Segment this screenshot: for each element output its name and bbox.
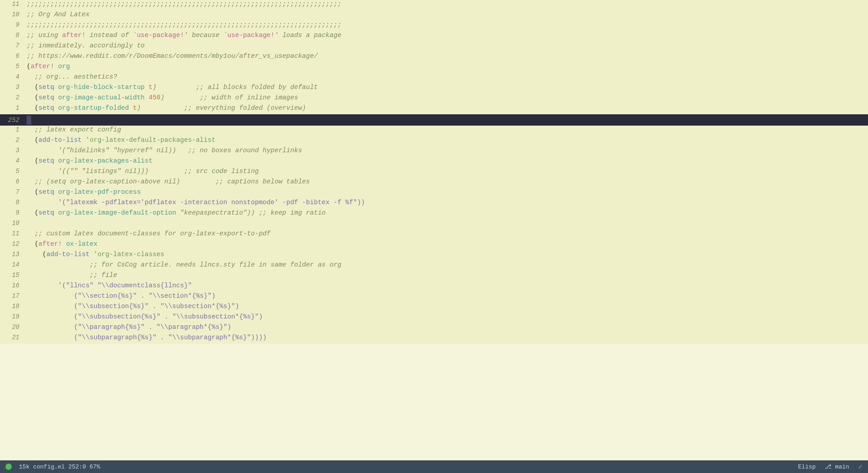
- line-number: 5: [0, 63, 25, 70]
- line-content: (setq org-image-actual-width 450) ;; wid…: [25, 94, 868, 101]
- token: setq: [38, 84, 54, 91]
- token: ;;;;;;;;;;;;;;;;;;;;;;;;;;;;;;;;;;;;;;;;…: [27, 21, 341, 28]
- line-number: 9: [0, 209, 25, 216]
- line-content: ("\\subsection{%s}" . "\\subsection*{%s}…: [25, 303, 868, 310]
- line-content: '(("" "listings" nil))) ;; src code list…: [25, 168, 868, 175]
- code-line: 19 ("\\subsubsection{%s}" . "\\subsubsec…: [0, 313, 868, 323]
- line-number: 13: [0, 251, 25, 258]
- code-line: 12 (after! ox-latex: [0, 240, 868, 250]
- status-dot: [5, 464, 12, 470]
- line-number: 21: [0, 334, 25, 341]
- token: ;; file: [27, 272, 117, 279]
- token: setq: [38, 104, 54, 112]
- token: 'org-latex-default-packages-alist: [82, 136, 216, 144]
- line-number: 1: [0, 126, 25, 133]
- token: org-image-actual-width: [54, 94, 145, 101]
- code-line: 18 ("\\subsection{%s}" . "\\subsection*{…: [0, 302, 868, 313]
- line-number: 7: [0, 42, 25, 49]
- line-content: ("\\subsubsection{%s}" . "\\subsubsectio…: [25, 313, 868, 320]
- line-content: '("llncs" "\\documentclass{llncs}": [25, 282, 868, 289]
- token: org-latex-image-default-option: [54, 209, 176, 216]
- token: ;; (setq org-latex-caption-above nil) ;;…: [27, 178, 310, 185]
- token: setq: [38, 209, 54, 216]
- token: instead of `: [86, 32, 137, 39]
- token: setq: [38, 94, 54, 101]
- line-content: ;; file: [25, 272, 868, 279]
- token: ) ;; width of inline images: [160, 94, 298, 101]
- code-line: 10;; Org And Latex: [0, 10, 868, 21]
- token: ;; Org And Latex: [27, 11, 90, 18]
- line-content: ;; using after! instead of `use-package!…: [25, 32, 868, 39]
- code-line: 17 ("\\section{%s}" . "\\section*{%s}"): [0, 292, 868, 302]
- line-number: 9: [0, 21, 25, 28]
- line-content: ;; Org And Latex: [25, 11, 868, 18]
- token: ' because `: [184, 32, 227, 39]
- token: 'org-latex-classes: [90, 251, 164, 258]
- code-line: 10: [0, 219, 868, 229]
- token: ("\\subsubsection{%s}" . "\\subsubsectio…: [27, 313, 263, 320]
- code-area: 11;;;;;;;;;;;;;;;;;;;;;;;;;;;;;;;;;;;;;;…: [0, 0, 868, 460]
- code-line: 11;;;;;;;;;;;;;;;;;;;;;;;;;;;;;;;;;;;;;;…: [0, 0, 868, 10]
- line-content: ;;;;;;;;;;;;;;;;;;;;;;;;;;;;;;;;;;;;;;;;…: [25, 21, 868, 28]
- line-content: '("hidelinks" "hyperref" nil)) ;; no box…: [25, 147, 868, 154]
- line-number: 8: [0, 199, 25, 206]
- code-line: 3 (setq org-hide-block-startup t) ;; all…: [0, 83, 868, 94]
- line-number: 6: [0, 178, 25, 185]
- token: 450: [145, 94, 160, 101]
- token: add-to-list: [38, 136, 82, 144]
- code-line: 6;; https://www.reddit.com/r/DoomEmacs/c…: [0, 52, 868, 62]
- line-number: 16: [0, 282, 25, 289]
- branch-icon: ⎇: [825, 464, 831, 470]
- token: ) ;; everything folded (overview): [137, 104, 306, 112]
- code-line: 5(after! org: [0, 62, 868, 73]
- token: '("latexmk -pdflatex='pdflatex -interact…: [27, 199, 365, 206]
- line-number: 3: [0, 147, 25, 154]
- line-content: ;; for CsCog article. needs llncs.sty fi…: [25, 261, 868, 268]
- code-line: 8;; using after! instead of `use-package…: [0, 31, 868, 42]
- code-line: 7 (setq org-latex-pdf-process: [0, 188, 868, 198]
- token: ) ;; all blocks folded by default: [152, 84, 317, 91]
- code-line: 9 (setq org-latex-image-default-option "…: [0, 209, 868, 219]
- line-number: 10: [0, 11, 25, 18]
- token: ;;;;;;;;;;;;;;;;;;;;;;;;;;;;;;;;;;;;;;;;…: [27, 0, 341, 8]
- status-right: Elisp ⎇ main ✓: [798, 462, 863, 471]
- token: ;; org... aesthetics?: [27, 73, 117, 80]
- token: t: [129, 104, 137, 112]
- token: add-to-list: [47, 251, 90, 258]
- token: (: [27, 63, 31, 70]
- line-number: 15: [0, 272, 25, 279]
- line-number: 3: [0, 84, 25, 91]
- line-number: 8: [0, 32, 25, 39]
- code-line: 11 ;; custom latex document-classes for …: [0, 229, 868, 240]
- line-content: ("\\paragraph{%s}" . "\\paragraph*{%s}"): [25, 323, 868, 331]
- line-content: (setq org-latex-pdf-process: [25, 188, 868, 196]
- token: (: [27, 84, 38, 91]
- line-number: 14: [0, 261, 25, 268]
- line-content: '("latexmk -pdflatex='pdflatex -interact…: [25, 199, 868, 206]
- top-section: 11;;;;;;;;;;;;;;;;;;;;;;;;;;;;;;;;;;;;;;…: [0, 0, 868, 114]
- token: ("\\section{%s}" . "\\section*{%s}"): [27, 292, 216, 300]
- line-number: 5: [0, 168, 25, 175]
- line-content: (after! org: [25, 63, 868, 70]
- file-info: 15k config.el 252:0 67%: [19, 464, 100, 470]
- branch-indicator: ⎇ main: [825, 463, 849, 470]
- line-content: (add-to-list 'org-latex-default-packages…: [25, 136, 868, 144]
- code-line: 9;;;;;;;;;;;;;;;;;;;;;;;;;;;;;;;;;;;;;;;…: [0, 21, 868, 31]
- token: ;; for CsCog article. needs llncs.sty fi…: [27, 261, 341, 268]
- cursor-block: [27, 116, 31, 125]
- token: "keepaspectratio")) ;; keep img ratio: [176, 209, 326, 216]
- token: org-latex-pdf-process: [54, 188, 141, 196]
- token: use-package!: [227, 32, 274, 39]
- line-content: (setq org-hide-block-startup t) ;; all b…: [25, 84, 868, 91]
- line-number: 2: [0, 94, 25, 101]
- token: org: [54, 63, 70, 70]
- token: use-package!: [137, 32, 184, 39]
- token: ox-latex: [62, 240, 97, 248]
- branch-name: main: [835, 464, 849, 470]
- token: ;; custom latex document-classes for org…: [27, 230, 271, 237]
- token: ' loads a package: [274, 32, 341, 39]
- token: after!: [62, 32, 85, 39]
- token: '("llncs" "\\documentclass{llncs}": [27, 282, 192, 289]
- line-content: (setq org-latex-image-default-option "ke…: [25, 209, 868, 216]
- line-content: (after! ox-latex: [25, 240, 868, 248]
